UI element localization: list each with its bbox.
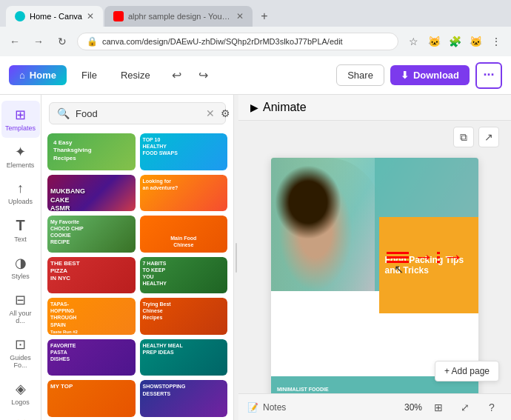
template-card-8[interactable]: 7 HABITSTO KEEPYOUHEALTHY: [140, 257, 228, 294]
logos-label: Logos: [11, 399, 30, 406]
yt-tab-title: alphr sample design - YouTube: [128, 12, 232, 21]
profile2-icon[interactable]: 🐱: [467, 33, 484, 50]
lock-icon: 🔒: [87, 36, 98, 47]
tab-canva[interactable]: Home - Canva ✕: [6, 6, 103, 27]
download-button[interactable]: ⬇ Download: [390, 65, 470, 85]
template-card-3[interactable]: MUKBANGCAKEASMR: [47, 175, 136, 212]
download-icon: ⬇: [401, 70, 409, 81]
sidebar-item-logos[interactable]: ◈ Logos: [1, 375, 40, 412]
browser-menu-icon[interactable]: ⋮: [487, 33, 505, 50]
sidebar-item-templates[interactable]: ⊞ Templates: [1, 101, 40, 138]
template-card-10[interactable]: Trying BestChineseRecipes: [140, 298, 228, 335]
template-card-6[interactable]: Main FoodChinese: [140, 216, 228, 253]
search-icon: 🔍: [57, 107, 70, 119]
animate-bar: ▶ Animate: [238, 95, 511, 121]
canvas-area: ▶ Animate ⧉ ↗: [238, 95, 511, 420]
sidebar-item-all[interactable]: ⊟ All your d...: [1, 286, 40, 330]
canva-topbar: ⌂ Home File Resize ↩ ↪ Share ⬇ Download …: [0, 56, 511, 95]
fit-button[interactable]: ⊞: [428, 397, 449, 418]
search-bar[interactable]: 🔍 ✕ ⚙: [49, 102, 226, 124]
sidebar-icons: ⊞ Templates ✦ Elements ↑ Uploads T Text …: [0, 95, 41, 420]
all-label: All your d...: [4, 310, 37, 324]
uploads-label: Uploads: [8, 198, 33, 205]
template-card-9[interactable]: TAPAS-HOPPINGTHROUGHSPAINTaste Run #2: [47, 298, 136, 335]
logos-icon: ◈: [16, 381, 26, 397]
help-button[interactable]: ?: [481, 397, 502, 418]
template-card-7[interactable]: THE BESTPIZZAIN NYC: [47, 257, 136, 294]
url-text: canva.com/design/DAEwU-zhDiw/SQhp2rDrMD3…: [102, 37, 389, 46]
zoom-level: 30%: [404, 402, 422, 413]
home-icon: ⌂: [19, 70, 25, 81]
share-frame-button[interactable]: ↗: [478, 127, 499, 147]
canva-favicon: [15, 11, 25, 21]
template-card-2[interactable]: TOP 10HEALTHYFOOD SWAPS: [140, 133, 228, 170]
extensions-icon[interactable]: 🧩: [446, 33, 464, 50]
sidebar-item-styles[interactable]: ◑ Styles: [1, 249, 40, 286]
copy-frame-button[interactable]: ⧉: [453, 127, 474, 147]
templates-label: Templates: [5, 124, 36, 132]
styles-label: Styles: [11, 273, 30, 280]
notes-icon: 📝: [247, 402, 258, 413]
home-button[interactable]: ⌂ Home: [9, 65, 67, 85]
search-clear-icon[interactable]: ✕: [206, 107, 215, 119]
styles-icon: ◑: [15, 255, 27, 271]
search-input[interactable]: [76, 108, 200, 119]
animate-icon: ▶: [250, 101, 258, 113]
fullscreen-button[interactable]: ⤢: [455, 397, 475, 418]
main-area: ⊞ Templates ✦ Elements ↑ Uploads T Text …: [0, 95, 511, 420]
profile-icon[interactable]: 🐱: [425, 33, 443, 50]
forward-button[interactable]: →: [30, 33, 47, 50]
bottom-bar: 📝 Notes 30% ⊞ ⤢ ?: [238, 393, 511, 420]
browser-toolbar: ☆ 🐱 🧩 🐱 ⋮: [404, 33, 505, 50]
template-grid: 4 EasyThanksgivingRecipes TOP 10HEALTHYF…: [41, 130, 233, 420]
notes-button[interactable]: 📝 Notes: [247, 402, 286, 413]
canvas-design: Food Packing Tips and Tricks MINIMALIST …: [271, 158, 478, 393]
text-icon: T: [16, 217, 24, 234]
canva-app: ⌂ Home File Resize ↩ ↪ Share ⬇ Download …: [0, 56, 511, 420]
template-card-11[interactable]: FAVORITEPASTADISHES: [47, 339, 136, 376]
undo-button[interactable]: ↩: [165, 64, 189, 87]
template-card-4[interactable]: Looking foran adventure?: [140, 175, 228, 212]
share-button[interactable]: Share: [336, 64, 384, 86]
animate-label[interactable]: Animate: [263, 101, 307, 114]
back-button[interactable]: ←: [6, 33, 24, 50]
template-card-5[interactable]: My FavoriteCHOCO CHIPCOOKIERECIPE: [47, 216, 136, 253]
templates-icon: ⊞: [15, 107, 26, 123]
more-button[interactable]: ···: [475, 62, 502, 89]
sidebar-item-text[interactable]: T Text: [1, 211, 40, 249]
sidebar-item-folders[interactable]: 📁 Folders: [1, 412, 40, 420]
template-card-1[interactable]: 4 EasyThanksgivingRecipes: [47, 133, 136, 170]
elements-label: Elements: [7, 161, 35, 169]
download-label: Download: [413, 70, 459, 81]
browser-frame: Home - Canva ✕ alphr sample design - You…: [0, 0, 511, 56]
guides-label: Guides Fo...: [4, 354, 37, 369]
search-filter-icon[interactable]: ⚙: [221, 107, 230, 119]
design-bottom-text: MINIMALIST FOODIE Tips & Tricks: [277, 386, 329, 393]
tab-bar: Home - Canva ✕ alphr sample design - You…: [0, 0, 511, 27]
uploads-icon: ↑: [17, 181, 24, 196]
address-bar: ← → ↻ 🔒 canva.com/design/DAEwU-zhDiw/SQh…: [0, 27, 511, 56]
add-page-button[interactable]: + Add page: [435, 361, 499, 381]
template-card-12[interactable]: HEALTHY MEALPREP IDEAS: [140, 339, 228, 376]
url-bar[interactable]: 🔒 canva.com/design/DAEwU-zhDiw/SQhp2rDrM…: [77, 33, 398, 50]
reload-button[interactable]: ↻: [53, 33, 71, 50]
redo-button[interactable]: ↪: [192, 64, 216, 87]
guides-icon: ⊡: [15, 336, 26, 353]
sidebar-item-guides[interactable]: ⊡ Guides Fo...: [1, 330, 40, 375]
bookmark-icon[interactable]: ☆: [404, 33, 422, 50]
yt-favicon: [113, 11, 124, 21]
new-tab-button[interactable]: +: [254, 6, 275, 27]
canvas-scroll-area[interactable]: ⧉ ↗: [238, 121, 511, 393]
elements-icon: ✦: [15, 144, 26, 160]
home-label: Home: [30, 70, 56, 81]
file-button[interactable]: File: [73, 65, 106, 85]
sidebar-item-elements[interactable]: ✦ Elements: [1, 138, 40, 175]
search-panel: 🔍 ✕ ⚙ 4 EasyThanksgivingRecipes TOP 10HE…: [41, 95, 234, 420]
sidebar-item-uploads[interactable]: ↑ Uploads: [1, 175, 40, 211]
template-card-13[interactable]: MY TOP: [47, 380, 136, 417]
tab-youtube[interactable]: alphr sample design - YouTube ✕: [104, 6, 253, 27]
template-card-14[interactable]: SHOWSTOPPINGDESSERTS: [140, 380, 228, 417]
canva-tab-close[interactable]: ✕: [87, 11, 94, 21]
yt-tab-close[interactable]: ✕: [236, 11, 244, 21]
resize-button[interactable]: Resize: [112, 65, 159, 85]
